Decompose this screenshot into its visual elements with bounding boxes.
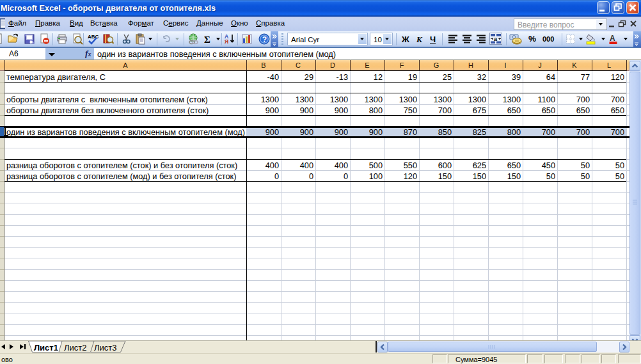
svg-text:?: ? [262, 35, 267, 44]
svg-text:A: A [610, 34, 615, 43]
svg-text:Σ: Σ [204, 35, 210, 45]
svg-text:ABC: ABC [88, 34, 99, 40]
svg-text:Я: Я [225, 38, 228, 45]
